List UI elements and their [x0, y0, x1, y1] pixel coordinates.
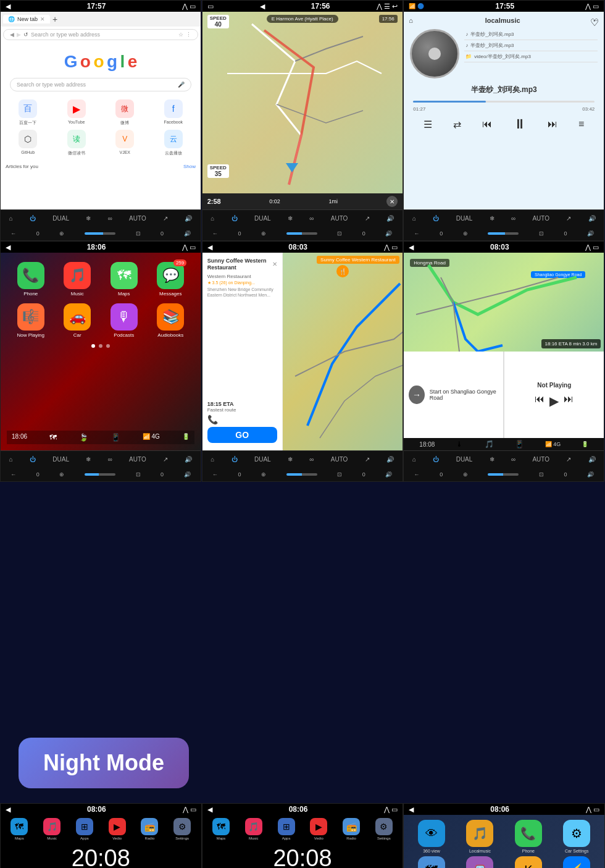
vol-btn-6b[interactable]: 🔊	[587, 471, 594, 478]
back-icon-5[interactable]: ◀	[207, 243, 212, 251]
cp2-icon3[interactable]: 📱	[515, 440, 524, 449]
seat-btn-5[interactable]: ⊡	[337, 471, 342, 478]
pause-btn[interactable]: ⏸	[513, 116, 527, 132]
link-btn-2[interactable]: ∞	[309, 215, 314, 222]
progress-bar-1[interactable]	[85, 232, 115, 235]
app-car-settings[interactable]: ⚙ Car Settings	[554, 820, 599, 853]
heart-icon[interactable]: ♡	[590, 17, 599, 28]
night-vedio-8[interactable]: ▶ Vedio	[310, 818, 327, 840]
carplay-podcasts[interactable]: 🎙 Podcasts	[103, 303, 145, 338]
link-btn-5[interactable]: ∞	[309, 456, 314, 463]
curve-btn-4[interactable]: ↗	[163, 456, 168, 463]
link-btn-1[interactable]: ∞	[108, 215, 112, 222]
fan-btn-2[interactable]: ⊕	[261, 230, 266, 237]
back-arrow-icon[interactable]: ◀	[6, 2, 10, 11]
shuffle-btn[interactable]: ⇄	[453, 119, 461, 130]
app-original-car[interactable]: 🚘 Original Car	[457, 856, 503, 868]
shortcut-vjex[interactable]: V VJEX	[102, 130, 148, 156]
progress-bar-6[interactable]	[488, 473, 519, 476]
vol-btn-6[interactable]: 🔊	[588, 456, 596, 463]
vol-btn-1[interactable]: 🔊	[185, 215, 192, 222]
curve-btn-6[interactable]: ↗	[566, 456, 571, 463]
curve-btn-5[interactable]: ↗	[365, 456, 370, 463]
next-btn[interactable]: ⏭	[548, 119, 557, 130]
eq-btn[interactable]: ≡	[578, 119, 584, 130]
shortcut-cloud[interactable]: 云 云盘播放	[151, 130, 196, 156]
cp2-prev-btn[interactable]: ⏮	[535, 394, 544, 408]
back-icon-7[interactable]: ◀	[6, 806, 10, 814]
vol-btn-2[interactable]: 🔊	[386, 215, 394, 222]
link-btn-6[interactable]: ∞	[511, 456, 515, 463]
vol-btn-5b[interactable]: 🔊	[385, 471, 392, 478]
music-progress-bar[interactable]	[413, 101, 595, 103]
vol-btn-3[interactable]: 🔊	[588, 215, 596, 222]
nav-forward-icon[interactable]: ▶	[17, 32, 21, 38]
link-btn-4[interactable]: ∞	[108, 456, 112, 463]
link-btn-3[interactable]: ∞	[511, 215, 515, 222]
progress-bar-4[interactable]	[85, 473, 115, 476]
cp2-next-btn[interactable]: ⏭	[564, 394, 574, 408]
snowflake-btn-4[interactable]: ❄	[86, 456, 91, 463]
night-radio-7[interactable]: 📻 Radio	[141, 818, 158, 840]
back-btn-3[interactable]: ←	[414, 230, 420, 237]
progress-bar-5[interactable]	[286, 473, 317, 476]
night-music-8[interactable]: 🎵 Music	[245, 818, 262, 840]
night-music-7[interactable]: 🎵 Music	[43, 818, 60, 840]
carplay-phone[interactable]: 📞 Phone	[10, 262, 52, 298]
back-btn-1[interactable]: ←	[10, 230, 16, 237]
carplay-audiobooks[interactable]: 📚 Audiobooks	[150, 303, 192, 338]
home-btn-6[interactable]: ⌂	[412, 456, 416, 463]
shortcut-weibo[interactable]: 微 微博	[102, 99, 148, 126]
progress-bar-3[interactable]	[488, 232, 519, 235]
mic-icon[interactable]: 🎤	[178, 82, 185, 88]
seat-btn-4[interactable]: ⊡	[136, 471, 141, 478]
home-btn-4[interactable]: ⌂	[9, 456, 13, 463]
vol-btn-3b[interactable]: 🔊	[587, 230, 594, 237]
music-item-3[interactable]: 📁 video/半壶纱_刘珂矣.mp3	[464, 51, 598, 62]
carplay-car[interactable]: 🚗 Car	[57, 303, 99, 338]
home-btn-2[interactable]: ⌂	[211, 215, 214, 222]
progress-bar-2[interactable]	[286, 232, 317, 235]
back-btn-4[interactable]: ←	[10, 471, 16, 478]
home-btn-5[interactable]: ⌂	[211, 456, 214, 463]
fan-btn-1[interactable]: ⊕	[59, 230, 64, 237]
carplay-nowplaying[interactable]: 🎼 Now Playing	[10, 303, 52, 338]
shortcut-github[interactable]: ⬡ GitHub	[6, 130, 51, 156]
power-btn-4[interactable]: ⏻	[30, 456, 36, 463]
show-label[interactable]: Show	[183, 164, 196, 169]
map-mini-icon[interactable]: 🗺	[49, 433, 57, 442]
browser-tab[interactable]: 🌐 New tab ✕	[3, 15, 50, 23]
vol-btn-2b[interactable]: 🔊	[385, 230, 392, 237]
curve-btn-2[interactable]: ↗	[365, 215, 370, 222]
app-360view[interactable]: 👁 360 view	[409, 820, 454, 853]
music-item-1[interactable]: ♪ 半壶纱_刘珂矣.mp3	[464, 29, 598, 40]
seat-btn-6[interactable]: ⊡	[539, 471, 544, 478]
vol-btn-5[interactable]: 🔊	[386, 456, 394, 463]
music-item-2[interactable]: ♪ 半壶纱_刘珂矣.mp3	[464, 40, 598, 51]
fan-btn-4[interactable]: ⊕	[59, 471, 64, 478]
snowflake-btn-5[interactable]: ❄	[288, 456, 293, 463]
power-btn-6[interactable]: ⏻	[433, 456, 439, 463]
snowflake-btn-3[interactable]: ❄	[490, 215, 494, 222]
close-sidebar-icon[interactable]: ✕	[272, 261, 277, 268]
back-icon-9[interactable]: ◀	[409, 806, 414, 814]
night-maps-7[interactable]: 🗺 Maps	[10, 818, 28, 840]
night-apps-7[interactable]: ⊞ Apps	[76, 818, 93, 840]
add-tab-icon[interactable]: +	[52, 14, 57, 24]
snowflake-btn-2[interactable]: ❄	[288, 215, 293, 222]
night-vedio-7[interactable]: ▶ Vedio	[109, 818, 126, 840]
seat-btn-1[interactable]: ⊡	[136, 230, 141, 237]
shortcut-youtube[interactable]: ▶ YouTube	[54, 99, 99, 126]
back-icon-6[interactable]: ◀	[409, 243, 414, 251]
phone-mini-icon[interactable]: 📱	[111, 433, 120, 442]
night-radio-8[interactable]: 📻 Radio	[343, 818, 360, 840]
back-arrow-2[interactable]: ◀	[260, 2, 265, 11]
refresh-icon[interactable]: ↺	[23, 32, 28, 38]
vol-slider-1[interactable]: 🔊	[184, 230, 191, 237]
cp2-play-btn[interactable]: ▶	[549, 394, 559, 408]
shortcut-facebook[interactable]: f Facebook	[151, 99, 196, 126]
star-icon[interactable]: ☆	[178, 32, 183, 38]
vol-btn-4b[interactable]: 🔊	[184, 471, 191, 478]
power-btn-3[interactable]: ⏻	[433, 215, 439, 222]
back-icon-8[interactable]: ◀	[207, 806, 212, 814]
